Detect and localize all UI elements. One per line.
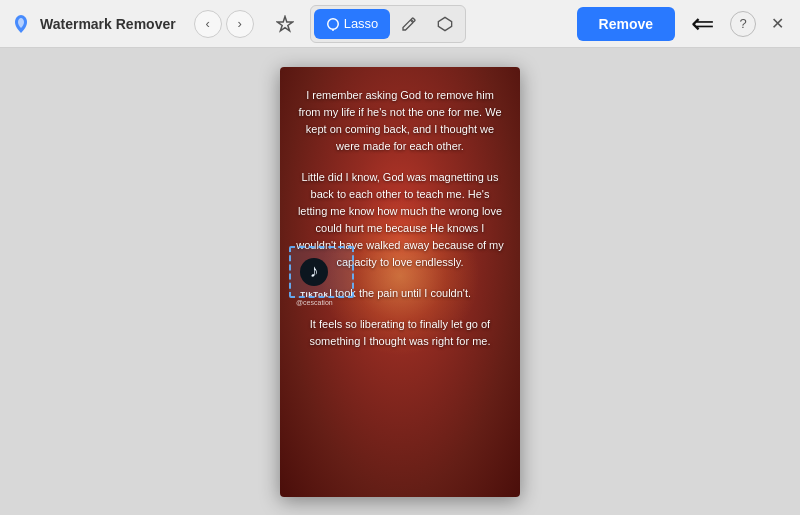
forward-button[interactable]: › [226,10,254,38]
remove-button[interactable]: Remove [577,7,675,41]
tiktok-handle-label: @cescation [296,299,333,306]
title-bar: Watermark Remover ‹ › Lasso [0,0,800,48]
image-text: I remember asking God to remove him from… [296,87,504,365]
close-button[interactable]: ✕ [764,11,790,37]
back-button[interactable]: ‹ [194,10,222,38]
pin-button[interactable] [268,10,302,38]
polygon-tool-button[interactable] [428,10,462,38]
app-title: Watermark Remover [40,16,176,32]
app-icon [10,13,32,35]
arrow-indicator: ⇐ [691,10,714,38]
lasso-tool-button[interactable]: Lasso [314,9,391,39]
help-button[interactable]: ? [730,11,756,37]
image-background: I remember asking God to remove him from… [280,67,520,497]
image-preview: I remember asking God to remove him from… [280,67,520,497]
pencil-tool-button[interactable] [392,10,426,38]
selection-overlay[interactable] [289,246,354,298]
svg-point-0 [327,18,338,29]
canvas-area: I remember asking God to remove him from… [0,48,800,515]
nav-group: ‹ › [194,10,254,38]
lasso-label: Lasso [344,16,379,31]
svg-marker-1 [439,17,452,30]
tool-group: Lasso [310,5,467,43]
